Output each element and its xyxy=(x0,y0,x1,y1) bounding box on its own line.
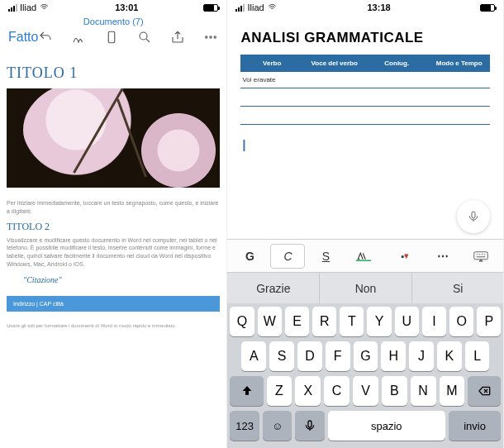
key-z[interactable]: Z xyxy=(267,376,292,406)
key-e[interactable]: E xyxy=(285,307,309,336)
format-toolbar: G C S ▪▾ ⋯ xyxy=(227,239,503,272)
toolbar: Fatto xyxy=(0,26,226,51)
key-emoji[interactable]: ☺ xyxy=(263,411,292,441)
key-d[interactable]: D xyxy=(297,341,322,371)
key-l[interactable]: L xyxy=(465,341,490,371)
phone-right: Iliad 13:18 ANALISI GRAMMATICALE Verbo V… xyxy=(227,0,504,448)
table-row[interactable] xyxy=(240,88,490,107)
highlight-button[interactable] xyxy=(346,244,381,269)
kb-row-3: Z X C V B N M xyxy=(230,376,501,406)
key-q[interactable]: Q xyxy=(230,307,254,336)
key-b[interactable]: B xyxy=(382,376,407,406)
key-g[interactable]: G xyxy=(354,341,378,371)
wifi-icon xyxy=(39,3,50,12)
kb-row-4: 123 ☺ spazio invio xyxy=(230,411,501,441)
document-canvas[interactable]: TITOLO 1 Per iniziare immediatamente, to… xyxy=(0,51,226,448)
svg-rect-0 xyxy=(109,31,116,43)
paragraph-1[interactable]: Per iniziare immediatamente, toccare un … xyxy=(7,199,220,216)
phone-left: Iliad 13:01 Documento (7) Fatto TITOLO 1… xyxy=(0,0,227,448)
carrier-label: Iliad xyxy=(247,2,264,12)
key-o[interactable]: O xyxy=(449,307,473,336)
key-p[interactable]: P xyxy=(477,307,501,336)
reading-view-icon[interactable] xyxy=(104,30,119,45)
svg-point-3 xyxy=(210,36,212,38)
key-123[interactable]: 123 xyxy=(230,411,259,441)
key-h[interactable]: H xyxy=(381,341,406,371)
col-coniug: Coniug. xyxy=(365,55,428,72)
done-button[interactable]: Fatto xyxy=(8,30,38,45)
key-shift[interactable] xyxy=(230,376,263,406)
key-mic[interactable] xyxy=(295,411,324,441)
battery-icon xyxy=(203,4,218,12)
keyboard: Q W E R T Y U I O P A S D F G H J K L Z … xyxy=(227,303,503,448)
quote-text[interactable]: "Citazione" xyxy=(23,275,220,284)
svg-point-2 xyxy=(206,36,207,38)
share-icon[interactable] xyxy=(170,30,185,45)
key-n[interactable]: N xyxy=(411,376,436,406)
text-cursor: | xyxy=(242,138,490,151)
signal-icon xyxy=(235,4,245,12)
font-color-button[interactable]: ▪▾ xyxy=(388,244,422,269)
address-bar[interactable]: Indirizzo | CAP città xyxy=(7,296,220,312)
draw-icon[interactable] xyxy=(71,30,86,45)
kb-row-2: A S D F G H J K L xyxy=(230,341,501,371)
key-s[interactable]: S xyxy=(269,341,294,371)
key-w[interactable]: W xyxy=(258,307,282,336)
key-c[interactable]: C xyxy=(324,376,349,406)
key-m[interactable]: M xyxy=(440,376,465,406)
table-row[interactable]: Voi eravate xyxy=(240,72,490,88)
key-a[interactable]: A xyxy=(241,341,266,371)
svg-point-4 xyxy=(215,36,216,38)
col-voce: Voce del verbo xyxy=(303,55,366,72)
key-space[interactable]: spazio xyxy=(328,411,445,441)
carrier-label: Iliad xyxy=(20,2,36,12)
kb-row-1: Q W E R T Y U I O P xyxy=(230,307,501,336)
heading-2[interactable]: TITOLO 2 xyxy=(7,221,220,233)
more-format-icon[interactable]: ⋯ xyxy=(426,244,460,269)
bold-button[interactable]: G xyxy=(232,244,267,269)
page-title[interactable]: ANALISI GRAMMATICALE xyxy=(240,30,490,46)
undo-icon[interactable] xyxy=(38,30,53,45)
svg-rect-7 xyxy=(308,421,311,427)
key-enter[interactable]: invio xyxy=(449,411,502,441)
cell-coniug[interactable] xyxy=(365,72,428,88)
placeholder-image[interactable] xyxy=(7,88,220,188)
key-f[interactable]: F xyxy=(326,341,350,371)
cell-modo[interactable] xyxy=(428,72,491,88)
suggestion-2[interactable]: Non xyxy=(320,273,412,303)
table-row[interactable] xyxy=(240,107,490,125)
cell-voce[interactable] xyxy=(303,72,366,88)
col-modo: Modo e Tempo xyxy=(428,55,491,72)
italic-button[interactable]: C xyxy=(270,244,305,269)
key-t[interactable]: T xyxy=(340,307,364,336)
footer-note: Usare gli stili per formattare i documen… xyxy=(7,323,220,328)
key-backspace[interactable] xyxy=(468,376,501,406)
heading-1[interactable]: TITOLO 1 xyxy=(7,64,220,82)
suggestion-3[interactable]: Si xyxy=(412,273,504,303)
key-i[interactable]: I xyxy=(422,307,446,336)
status-bar: Iliad 13:18 xyxy=(227,0,503,15)
key-y[interactable]: Y xyxy=(367,307,391,336)
key-v[interactable]: V xyxy=(353,376,378,406)
key-u[interactable]: U xyxy=(395,307,419,336)
cell-verbo[interactable]: Voi eravate xyxy=(240,72,303,88)
table-header: Verbo Voce del verbo Coniug. Modo e Temp… xyxy=(240,55,490,72)
key-k[interactable]: K xyxy=(437,341,462,371)
wifi-icon xyxy=(267,3,278,12)
col-verbo: Verbo xyxy=(240,55,303,72)
signal-icon xyxy=(8,4,17,12)
underline-button[interactable]: S xyxy=(308,244,343,269)
document-title[interactable]: Documento (7) xyxy=(0,15,226,26)
svg-point-1 xyxy=(140,32,147,40)
clock: 13:18 xyxy=(367,2,390,12)
key-r[interactable]: R xyxy=(312,307,336,336)
suggestion-1[interactable]: Grazie xyxy=(227,273,320,303)
paragraph-2[interactable]: Visualizzare e modificare questo documen… xyxy=(7,236,220,269)
key-x[interactable]: X xyxy=(295,376,321,406)
svg-rect-6 xyxy=(474,251,488,259)
search-icon[interactable] xyxy=(137,30,152,45)
suggestion-bar: Grazie Non Si xyxy=(227,272,503,303)
key-j[interactable]: J xyxy=(409,341,434,371)
keyboard-toggle-icon[interactable] xyxy=(464,244,498,269)
more-icon[interactable] xyxy=(203,30,218,45)
